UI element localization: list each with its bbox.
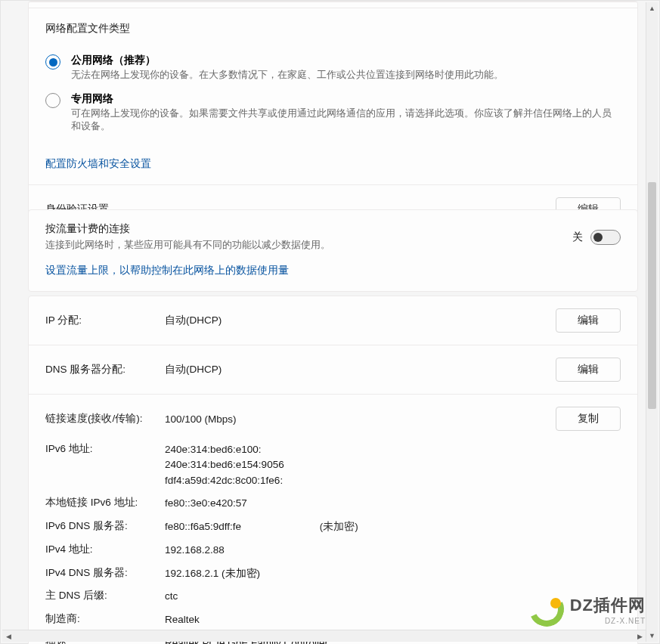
profile-section: 网络配置文件类型 公用网络（推荐） 无法在网络上发现你的设备。在大多数情况下，在…	[29, 8, 637, 184]
ipv6-addr-line1: 240e:314:bed6:e100:	[165, 442, 621, 457]
radio-private-desc: 可在网络上发现你的设备。如果需要文件共享或使用通过此网络通信的应用，请选择此选项…	[71, 107, 621, 133]
link-local-ipv6-label: 本地链接 IPv6 地址:	[45, 496, 165, 512]
ipv4-addr-value: 192.168.2.88	[165, 543, 621, 559]
link-local-ipv6-row: 本地链接 IPv6 地址: fe80::3e0:e420:57	[45, 492, 621, 516]
dns-suffix-label: 主 DNS 后缀:	[45, 589, 165, 605]
dns-assign-row: DNS 服务器分配: 自动(DHCP) 编辑	[29, 345, 637, 394]
watermark-name: DZ插件网	[570, 594, 646, 617]
link-local-ipv6-value: fe80::3e0:e420:57	[165, 496, 621, 512]
scroll-left-icon[interactable]: ◀	[2, 630, 14, 642]
prev-section-stub	[29, 2, 637, 8]
metered-toggle[interactable]	[590, 230, 621, 245]
horizontal-scrollbar[interactable]: ◀ ▶	[2, 630, 646, 642]
metered-state: 关	[572, 231, 583, 244]
vertical-scrollbar[interactable]: ▲ ▼	[646, 2, 658, 642]
ip-assign-row: IP 分配: 自动(DHCP) 编辑	[29, 296, 637, 345]
watermark-logo-icon	[529, 592, 564, 627]
dns-assign-value: 自动(DHCP)	[165, 363, 222, 376]
profile-card: 网络配置文件类型 公用网络（推荐） 无法在网络上发现你的设备。在大多数情况下，在…	[28, 1, 638, 234]
ipv6-addr-row: IPv6 地址: 240e:314:bed6:e100: 240e:314:be…	[45, 438, 621, 492]
ipv4-dns-row: IPv4 DNS 服务器: 192.168.2.1 (未加密)	[45, 562, 621, 586]
metered-card: 按流量计费的连接 连接到此网络时，某些应用可能具有不同的功能以减少数据使用。 关…	[28, 209, 638, 292]
metered-row: 按流量计费的连接 连接到此网络时，某些应用可能具有不同的功能以减少数据使用。 关	[29, 210, 637, 264]
radio-public-desc: 无法在网络上发现你的设备。在大多数情况下，在家庭、工作或公共位置连接到网络时使用…	[71, 69, 504, 82]
radio-public-title: 公用网络（推荐）	[71, 54, 504, 67]
ipv4-dns-value: 192.168.2.1 (未加密)	[165, 566, 621, 582]
radio-private-row[interactable]: 专用网络 可在网络上发现你的设备。如果需要文件共享或使用通过此网络通信的应用，请…	[45, 89, 621, 141]
scroll-down-icon[interactable]: ▼	[646, 630, 658, 642]
radio-private-title: 专用网络	[71, 92, 621, 106]
ipv4-addr-row: IPv4 地址: 192.168.2.88	[45, 539, 621, 562]
dns-assign-edit-button[interactable]: 编辑	[556, 358, 621, 382]
radio-public[interactable]	[45, 54, 60, 70]
watermark-text: DZ插件网 DZ-X.NET	[570, 594, 646, 625]
ipv6-addr-line3: fdf4:a59d:42dc:8c00:1fe6:	[165, 473, 621, 488]
radio-private-text: 专用网络 可在网络上发现你的设备。如果需要文件共享或使用通过此网络通信的应用，请…	[71, 92, 621, 133]
ipv6-dns-value: fe80::f6a5:9dff:fe (未加密)	[165, 519, 621, 535]
radio-public-row[interactable]: 公用网络（推荐） 无法在网络上发现你的设备。在大多数情况下，在家庭、工作或公共位…	[45, 51, 621, 89]
ipv6-addr-value: 240e:314:bed6:e100: 240e:314:bed6:e154:9…	[165, 442, 621, 488]
firewall-link[interactable]: 配置防火墙和安全设置	[45, 157, 151, 171]
ipv6-addr-label: IPv6 地址:	[45, 442, 165, 488]
watermark-url: DZ-X.NET	[570, 617, 646, 625]
metered-heading: 按流量计费的连接	[45, 222, 572, 236]
profile-heading: 网络配置文件类型	[45, 22, 621, 36]
link-speed-row: 链接速度(接收/传输): 100/100 (Mbps) 复制	[29, 395, 637, 434]
scroll-thumb[interactable]	[648, 182, 656, 409]
ipv4-dns-label: IPv4 DNS 服务器:	[45, 566, 165, 582]
ipv6-dns-label: IPv6 DNS 服务器:	[45, 519, 165, 535]
ipv4-addr-label: IPv4 地址:	[45, 543, 165, 559]
ip-assign-value: 自动(DHCP)	[165, 314, 222, 327]
ip-assign-label: IP 分配:	[45, 314, 165, 327]
radio-public-text: 公用网络（推荐） 无法在网络上发现你的设备。在大多数情况下，在家庭、工作或公共位…	[71, 54, 504, 82]
ipv6-addr-line2: 240e:314:bed6:e154:9056	[165, 457, 621, 472]
scroll-track[interactable]	[648, 16, 656, 628]
metered-limit-link[interactable]: 设置流量上限，以帮助控制在此网络上的数据使用量	[29, 264, 637, 291]
dns-assign-label: DNS 服务器分配:	[45, 363, 165, 376]
ip-assign-edit-button[interactable]: 编辑	[556, 308, 621, 333]
ipv6-dns-row: IPv6 DNS 服务器: fe80::f6a5:9dff:fe (未加密)	[45, 516, 621, 539]
scroll-up-icon[interactable]: ▲	[646, 2, 658, 14]
metered-desc: 连接到此网络时，某些应用可能具有不同的功能以减少数据使用。	[45, 239, 572, 252]
ipv6-dns-enc: (未加密)	[320, 519, 358, 535]
settings-page: 网络配置文件类型 公用网络（推荐） 无法在网络上发现你的设备。在大多数情况下，在…	[0, 0, 660, 644]
radio-private[interactable]	[45, 93, 60, 108]
link-speed-value: 100/100 (Mbps)	[165, 413, 237, 425]
link-speed-label: 链接速度(接收/传输):	[45, 412, 165, 426]
copy-button[interactable]: 复制	[556, 407, 621, 431]
ipv6-dns-addr: fe80::f6a5:9dff:fe	[165, 521, 241, 532]
content: 网络配置文件类型 公用网络（推荐） 无法在网络上发现你的设备。在大多数情况下，在…	[28, 1, 638, 622]
mfr-label: 制造商:	[45, 612, 165, 628]
scroll-right-icon[interactable]: ▶	[634, 630, 646, 642]
watermark: DZ插件网 DZ-X.NET	[529, 592, 646, 627]
